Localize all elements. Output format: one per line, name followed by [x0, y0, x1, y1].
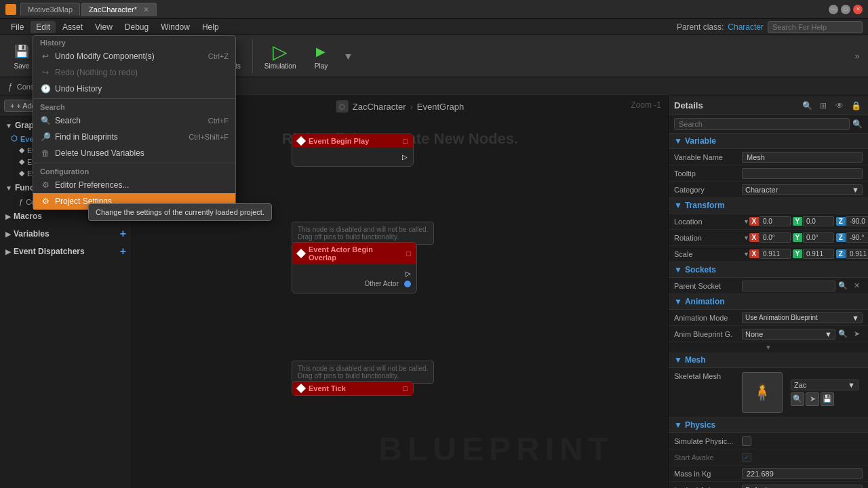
locked-axis-dropdown[interactable]: Default ▼	[742, 485, 863, 489]
animation-mode-dropdown[interactable]: Use Animation Blueprint ▼	[742, 312, 863, 323]
menu-edit[interactable]: Edit	[31, 21, 56, 33]
macros-section-header[interactable]: ▶ Macros	[5, 211, 42, 221]
menu-file[interactable]: File	[5, 21, 29, 33]
physics-section-header[interactable]: ▼ Physics	[669, 418, 868, 433]
close-button[interactable]: ✕	[853, 5, 863, 14]
event-begin-play-exec-pin: ▷	[298, 152, 408, 162]
anim-expand-down-icon: ▼	[765, 344, 772, 351]
scale-y-input[interactable]	[803, 249, 834, 259]
variable-name-input[interactable]	[742, 152, 863, 163]
event-tick-close[interactable]: □	[403, 384, 408, 392]
skeletal-mesh-label: Skeletal Mesh	[674, 372, 742, 380]
animation-section-header[interactable]: ▼ Animation	[669, 294, 868, 310]
other-actor-pin: Other Actor	[298, 279, 411, 289]
location-y-label: Y	[793, 217, 802, 226]
mesh-section-header[interactable]: ▼ Mesh	[669, 352, 868, 368]
parent-socket-input[interactable]	[742, 281, 835, 291]
menu-debug[interactable]: Debug	[119, 21, 154, 33]
simulation-button[interactable]: ▷ Simulation	[258, 39, 302, 74]
scale-dropdown-arrow-icon[interactable]: ▼	[743, 251, 749, 258]
event-begin-play-close[interactable]: □	[403, 137, 408, 145]
undo-modify-entry[interactable]: ↩ Undo Modify Component(s) Ctrl+Z	[33, 48, 235, 64]
rotation-y-input[interactable]	[803, 232, 834, 243]
details-search-btn-icon[interactable]: 🔍	[852, 119, 863, 129]
editor-prefs-entry[interactable]: ⚙ Editor Preferences...	[33, 177, 235, 193]
play-button[interactable]: ▶ Play	[304, 39, 337, 74]
details-content: ▼ Variable Variable Name Tooltip Categor…	[669, 134, 868, 488]
variables-section-header[interactable]: ▶ Variables	[5, 229, 50, 239]
details-grid-icon[interactable]: ⊞	[816, 99, 830, 113]
undo-history-entry[interactable]: 🕐 Undo History	[33, 81, 235, 97]
add-dispatcher-button[interactable]: +	[120, 245, 126, 258]
dropdown-button[interactable]: ▼	[340, 39, 356, 74]
scale-z-input[interactable]	[846, 249, 868, 259]
scale-xyz: X Y Z 🔒	[749, 249, 868, 259]
mesh-save-button[interactable]: 💾	[821, 392, 834, 406]
details-eye-icon[interactable]: 👁	[833, 99, 846, 113]
mesh-search-button[interactable]: 🔍	[791, 392, 804, 406]
close-tab-icon[interactable]: ✕	[143, 5, 149, 14]
rotation-x-input[interactable]	[760, 232, 791, 243]
sockets-collapse-icon: ▼	[674, 265, 682, 274]
parent-socket-clear-icon[interactable]: ✕	[850, 281, 863, 291]
event-begin-play-body: ▷	[292, 148, 413, 166]
details-lock-icon[interactable]: 🔒	[849, 99, 863, 113]
add-variable-button[interactable]: +	[120, 228, 126, 240]
event-dispatchers-header[interactable]: ▶ Event Dispatchers	[5, 247, 85, 256]
event-tick-disabled-text: This node is disabled and will not be ca…	[292, 361, 434, 384]
save-icon: 💾	[12, 42, 31, 61]
find-in-blueprints-entry[interactable]: 🔎 Find in Blueprints Ctrl+Shift+F	[33, 129, 235, 145]
tab-zaccharacter[interactable]: ZacCharacter* ✕	[81, 3, 157, 16]
details-search-input[interactable]	[674, 118, 850, 130]
mesh-control-area: 🧍 Zac ▼ 🔍 ➤ 💾	[742, 372, 859, 413]
event-actor-close[interactable]: □	[406, 249, 411, 258]
redo-entry[interactable]: ↪ Redo (Nothing to redo)	[33, 64, 235, 81]
tooltip-input[interactable]	[742, 168, 863, 179]
rotation-z-input[interactable]	[846, 232, 868, 243]
parent-class-value[interactable]: Character	[728, 22, 764, 32]
event-tick-node[interactable]: Event Tick □	[292, 381, 414, 396]
anim-blueprint-dropdown[interactable]: None ▼	[742, 329, 835, 340]
variable-section-header[interactable]: ▼ Variable	[669, 134, 868, 149]
mesh-value-dropdown[interactable]: Zac ▼	[791, 380, 859, 390]
location-z-input[interactable]	[846, 216, 868, 226]
scale-x-input[interactable]	[760, 249, 791, 259]
location-z-label: Z	[836, 217, 846, 226]
simulate-physics-checkbox[interactable]	[742, 436, 751, 446]
menu-asset[interactable]: Asset	[57, 21, 88, 33]
expand-panels-button[interactable]: »	[852, 39, 863, 74]
delete-unused-entry[interactable]: 🗑 Delete Unused Variables	[33, 145, 235, 161]
details-search-icon[interactable]: 🔍	[800, 99, 814, 113]
animation-section-label: Animation	[685, 297, 725, 306]
transform-section-header[interactable]: ▼ Transform	[669, 198, 868, 214]
rotation-dropdown-arrow-icon[interactable]: ▼	[743, 235, 749, 241]
rotation-label: Rotation	[674, 234, 742, 242]
anim-blueprint-arrow-icon[interactable]: ➤	[850, 329, 863, 340]
start-awake-checkbox[interactable]: ✓	[742, 453, 751, 462]
location-dropdown-arrow-icon[interactable]: ▼	[743, 218, 749, 225]
undo-history-icon: 🕐	[40, 83, 51, 94]
tab-motive3dmap[interactable]: Motive3dMap	[20, 3, 80, 16]
mass-input[interactable]	[742, 468, 863, 479]
event-begin-play-node[interactable]: Event Begin Play □ ▷	[292, 134, 414, 167]
event-actor-begin-overlap-node[interactable]: Event Actor Begin Overlap □ ▷ Other Acto…	[292, 242, 417, 293]
menu-view[interactable]: View	[90, 21, 118, 33]
anim-blueprint-search-icon[interactable]: 🔍	[837, 329, 849, 340]
location-x-field: X	[749, 216, 791, 226]
search-for-help-input[interactable]	[768, 21, 863, 33]
mesh-navigate-button[interactable]: ➤	[806, 392, 819, 406]
parent-socket-search-icon[interactable]: 🔍	[837, 281, 849, 291]
maximize-button[interactable]: □	[841, 5, 850, 14]
anim-expand-btn[interactable]: ▼	[669, 342, 868, 352]
minimize-button[interactable]: —	[829, 5, 838, 14]
sockets-section-header[interactable]: ▼ Sockets	[669, 262, 868, 278]
menu-window[interactable]: Window	[155, 21, 195, 33]
location-y-input[interactable]	[803, 216, 834, 226]
menu-help[interactable]: Help	[197, 21, 224, 33]
search-entry[interactable]: 🔍 Search Ctrl+F	[33, 113, 235, 129]
details-header: Details 🔍 ⊞ 👁 🔒	[669, 96, 868, 115]
location-x-input[interactable]	[760, 216, 791, 226]
breadcrumb-eventgraph[interactable]: EventGraph	[417, 102, 464, 112]
breadcrumb-character[interactable]: ZacCharacter	[353, 102, 406, 112]
category-dropdown[interactable]: Character ▼	[742, 184, 863, 195]
